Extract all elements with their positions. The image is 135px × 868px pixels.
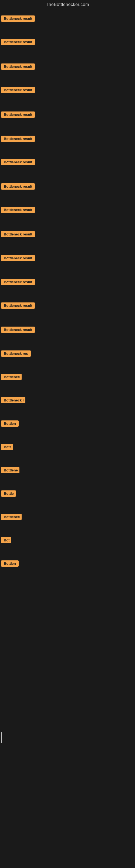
- bottleneck-badge[interactable]: Bottleneck result: [1, 159, 35, 165]
- result-row[interactable]: Bottleneck result: [1, 16, 35, 23]
- result-row[interactable]: Bottleneck r: [1, 397, 26, 404]
- result-row[interactable]: Bottlen: [1, 560, 18, 568]
- bottleneck-badge[interactable]: Bottlene: [1, 467, 19, 473]
- site-title: TheBottlenecker.com: [0, 0, 135, 10]
- bottleneck-badge[interactable]: Bottleneck result: [1, 16, 35, 22]
- bottleneck-badge[interactable]: Bottleneck res: [1, 350, 31, 357]
- bottleneck-badge[interactable]: Bottleneck result: [1, 207, 35, 213]
- bottleneck-badge[interactable]: Bottleneck result: [1, 183, 35, 190]
- bottleneck-badge[interactable]: Bottle: [1, 490, 16, 497]
- result-row[interactable]: Bottleneck result: [1, 327, 35, 334]
- result-row[interactable]: Bottleneck result: [1, 63, 35, 71]
- bottleneck-badge[interactable]: Bottlenec: [1, 374, 21, 380]
- bottleneck-badge[interactable]: Bottleneck result: [1, 327, 35, 333]
- result-row[interactable]: Bottleneck result: [1, 279, 35, 286]
- bottleneck-badge[interactable]: Bottleneck result: [1, 135, 35, 142]
- result-row[interactable]: Bottleneck result: [1, 39, 35, 46]
- result-row[interactable]: Bot: [1, 537, 11, 545]
- result-row[interactable]: Bottlene: [1, 467, 19, 474]
- result-row[interactable]: Bottlenec: [1, 374, 21, 381]
- bottleneck-badge[interactable]: Bottlen: [1, 421, 18, 427]
- bottleneck-badge[interactable]: Bottlen: [1, 560, 18, 567]
- bottleneck-badge[interactable]: Bottleneck result: [1, 255, 35, 261]
- result-row[interactable]: Bottleneck result: [1, 255, 35, 262]
- bottleneck-badge[interactable]: Bottleneck result: [1, 303, 35, 309]
- bottleneck-badge[interactable]: Bottleneck result: [1, 231, 35, 237]
- result-row[interactable]: Bottlen: [1, 421, 18, 428]
- result-row[interactable]: Bottleneck result: [1, 231, 35, 239]
- page-wrapper: TheBottlenecker.com Bottleneck resultBot…: [0, 0, 135, 868]
- bottleneck-badge[interactable]: Bottleneck result: [1, 63, 35, 70]
- result-row[interactable]: Bottleneck result: [1, 159, 35, 166]
- bottleneck-badge[interactable]: Bottleneck r: [1, 397, 26, 403]
- bottleneck-badge[interactable]: Bottleneck result: [1, 279, 35, 285]
- result-row[interactable]: Bott: [1, 444, 13, 451]
- cursor-indicator: [1, 733, 2, 743]
- result-row[interactable]: Bottleneck result: [1, 303, 35, 310]
- bottleneck-badge[interactable]: Bottleneck result: [1, 87, 35, 93]
- bottleneck-badge[interactable]: Bottleneck result: [1, 112, 35, 118]
- bottleneck-badge[interactable]: Bottlenec: [1, 514, 21, 520]
- result-row[interactable]: Bottleneck result: [1, 207, 35, 214]
- result-row[interactable]: Bottleneck result: [1, 112, 35, 119]
- result-row[interactable]: Bottleneck res: [1, 350, 31, 358]
- bottleneck-badge[interactable]: Bott: [1, 444, 13, 450]
- result-row[interactable]: Bottle: [1, 490, 16, 498]
- bottleneck-badge[interactable]: Bottleneck result: [1, 39, 35, 45]
- result-row[interactable]: Bottleneck result: [1, 87, 35, 94]
- result-row[interactable]: Bottleneck result: [1, 135, 35, 143]
- result-row[interactable]: Bottleneck result: [1, 183, 35, 191]
- result-row[interactable]: Bottlenec: [1, 514, 21, 521]
- bottleneck-badge[interactable]: Bot: [1, 537, 11, 543]
